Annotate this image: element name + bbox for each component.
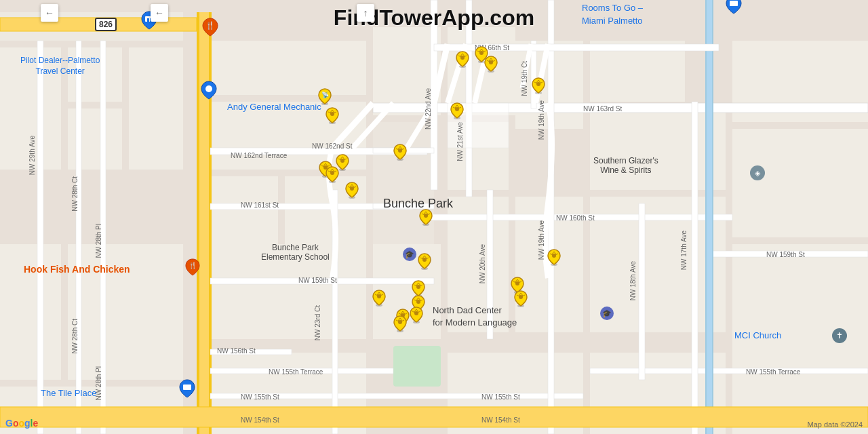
svg-point-123 (424, 214, 428, 218)
svg-point-153 (414, 311, 418, 315)
svg-point-117 (398, 149, 402, 153)
svg-point-195 (515, 281, 519, 285)
tower-pin-21[interactable] (531, 77, 546, 94)
hook-fish-label[interactable]: Hook Fish And Chicken (24, 263, 130, 275)
mci-church-label[interactable]: MCI Church (734, 329, 781, 341)
svg-point-141 (377, 294, 381, 298)
tower-pin-0[interactable] (325, 106, 340, 124)
tower-pin-17[interactable] (484, 55, 498, 73)
svg-point-105 (330, 171, 334, 175)
tower-pin-7[interactable] (417, 252, 432, 270)
tower-pin-14[interactable] (450, 102, 465, 119)
svg-point-111 (350, 186, 354, 191)
svg-point-207 (552, 254, 556, 258)
southern-glazers-label[interactable]: Southern Glazer'sWine & Spirits (593, 156, 658, 175)
svg-point-171 (455, 107, 459, 111)
map-container: FindTowerApp.com ← ← ↑ 826 📡 🍴 (0, 0, 868, 434)
pilot-dealer-label[interactable]: Pilot Dealer--PalmettoTravel Center (20, 56, 100, 77)
nav-back-button-1[interactable]: ← (41, 4, 58, 22)
rooms-to-go-label[interactable]: Rooms To Go –Miami Palmetto (582, 1, 643, 27)
tower-pin-4[interactable] (344, 181, 359, 199)
svg-point-87 (330, 112, 334, 116)
tower-pin-15[interactable] (455, 50, 470, 68)
svg-point-189 (489, 60, 493, 64)
tower-pin-11[interactable] (409, 306, 424, 323)
tower-pin-5[interactable] (393, 143, 408, 161)
svg-point-213 (536, 82, 540, 86)
nav-up-button[interactable]: ↑ (357, 4, 374, 22)
andy-mechanic-label[interactable]: Andy General Mechanic (227, 100, 321, 113)
tower-pin-9[interactable] (372, 289, 387, 307)
tower-pin-3[interactable] (325, 165, 340, 183)
svg-point-165 (398, 320, 402, 324)
north-dad-label[interactable]: North Dad Centerfor Modern Language (433, 304, 517, 328)
tower-pin-20[interactable] (547, 248, 561, 266)
svg-point-129 (422, 258, 427, 262)
route-shield: 826 (95, 18, 117, 31)
bunche-school-label[interactable]: Bunche ParkElementary School (261, 243, 330, 262)
svg-point-147 (416, 300, 420, 304)
bunche-park-label: Bunche Park (383, 197, 453, 211)
svg-point-135 (416, 285, 420, 289)
tile-place-label[interactable]: The Tile Place (41, 387, 96, 399)
svg-point-93 (340, 159, 344, 163)
svg-point-201 (519, 295, 523, 299)
tower-pin-13[interactable] (393, 315, 408, 332)
map-data-credit: Map data ©2024 (808, 420, 863, 429)
svg-point-177 (460, 56, 465, 60)
nav-back-button-2[interactable]: ← (151, 4, 168, 22)
google-logo: Google (5, 418, 38, 429)
